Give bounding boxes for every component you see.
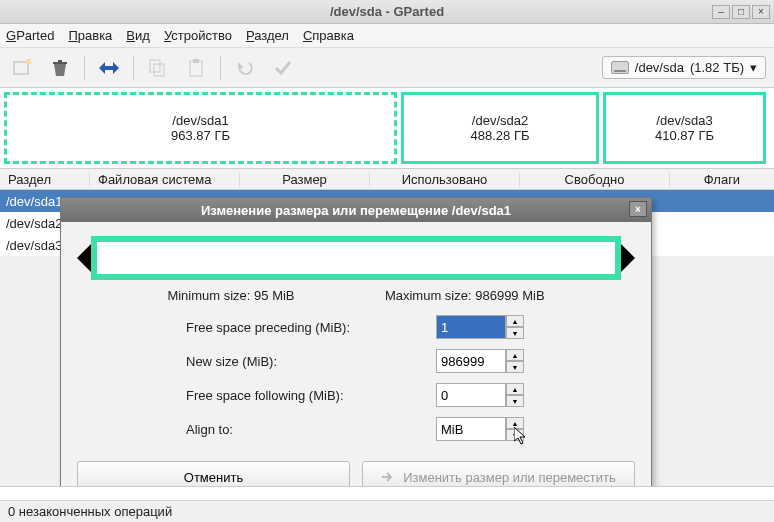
spin-down[interactable]: ▼ bbox=[506, 429, 524, 441]
align-label: Align to: bbox=[186, 422, 436, 437]
spin-down[interactable]: ▼ bbox=[506, 327, 524, 339]
partition-name: /dev/sda3 bbox=[614, 113, 755, 128]
cell-partition: /dev/sda1 bbox=[6, 194, 62, 209]
toolbar: /dev/sda (1.82 ТБ) ▾ bbox=[0, 48, 774, 88]
menu-help[interactable]: Справка bbox=[303, 28, 354, 43]
spin-up[interactable]: ▲ bbox=[506, 383, 524, 395]
menubar: GParted Правка Вид Устройство Раздел Спр… bbox=[0, 24, 774, 48]
menu-view[interactable]: Вид bbox=[126, 28, 150, 43]
paste-icon bbox=[182, 54, 210, 82]
new-partition-icon bbox=[8, 54, 36, 82]
dialog-titlebar[interactable]: Изменение размера или перемещение /dev/s… bbox=[61, 198, 651, 222]
svg-rect-0 bbox=[14, 62, 28, 74]
resize-slider[interactable] bbox=[77, 236, 635, 280]
device-size: (1.82 ТБ) bbox=[690, 60, 744, 75]
svg-rect-6 bbox=[190, 61, 202, 76]
svg-rect-1 bbox=[26, 59, 31, 64]
newsize-label: New size (MiB): bbox=[186, 354, 436, 369]
partition-table-header: Раздел Файловая система Размер Использов… bbox=[0, 168, 774, 190]
dialog-close-button[interactable]: × bbox=[629, 201, 647, 217]
dialog-title: Изменение размера или перемещение /dev/s… bbox=[201, 203, 511, 218]
partition-box-sda3[interactable]: /dev/sda3 410.87 ГБ bbox=[603, 92, 766, 164]
operations-log bbox=[0, 486, 774, 500]
status-text: 0 незаконченных операций bbox=[8, 504, 172, 519]
svg-rect-5 bbox=[154, 64, 164, 76]
newsize-input[interactable] bbox=[436, 349, 506, 373]
menu-partition[interactable]: Раздел bbox=[246, 28, 289, 43]
partition-size: 488.28 ГБ bbox=[412, 128, 588, 143]
partition-name: /dev/sda2 bbox=[412, 113, 588, 128]
th-filesystem[interactable]: Файловая система bbox=[90, 172, 240, 187]
device-name: /dev/sda bbox=[635, 60, 684, 75]
th-partition[interactable]: Раздел bbox=[0, 172, 90, 187]
apply-resize-label: Изменить размер или переместить bbox=[403, 470, 616, 485]
menu-device[interactable]: Устройство bbox=[164, 28, 232, 43]
window-title: /dev/sda - GParted bbox=[0, 4, 774, 19]
close-button[interactable]: × bbox=[752, 5, 770, 19]
svg-rect-3 bbox=[58, 60, 62, 62]
svg-rect-4 bbox=[150, 60, 160, 72]
maximize-button[interactable]: □ bbox=[732, 5, 750, 19]
resize-move-dialog: Изменение размера или перемещение /dev/s… bbox=[60, 197, 652, 508]
following-input[interactable] bbox=[436, 383, 506, 407]
spin-up[interactable]: ▲ bbox=[506, 417, 524, 429]
toolbar-separator bbox=[84, 56, 85, 80]
window-titlebar: /dev/sda - GParted – □ × bbox=[0, 0, 774, 24]
preceding-label: Free space preceding (MiB): bbox=[186, 320, 436, 335]
maximum-size-label: Maximum size: 986999 MiB bbox=[385, 288, 545, 303]
minimize-button[interactable]: – bbox=[712, 5, 730, 19]
partition-map: /dev/sda1 963.87 ГБ /dev/sda2 488.28 ГБ … bbox=[0, 88, 774, 168]
apply-icon bbox=[269, 54, 297, 82]
device-selector[interactable]: /dev/sda (1.82 ТБ) ▾ bbox=[602, 56, 766, 79]
th-free[interactable]: Свободно bbox=[520, 172, 670, 187]
chevron-down-icon: ▾ bbox=[750, 60, 757, 75]
svg-rect-2 bbox=[53, 62, 67, 64]
preceding-input[interactable] bbox=[436, 315, 506, 339]
toolbar-separator bbox=[133, 56, 134, 80]
spin-down[interactable]: ▼ bbox=[506, 395, 524, 407]
spin-up[interactable]: ▲ bbox=[506, 315, 524, 327]
resize-handle-left[interactable] bbox=[77, 244, 91, 272]
cell-partition: /dev/sda3 bbox=[6, 238, 62, 253]
partition-box-sda1[interactable]: /dev/sda1 963.87 ГБ bbox=[4, 92, 397, 164]
arrow-right-icon bbox=[381, 470, 397, 484]
undo-icon bbox=[231, 54, 259, 82]
resize-move-icon[interactable] bbox=[95, 54, 123, 82]
spin-down[interactable]: ▼ bbox=[506, 361, 524, 373]
partition-size: 963.87 ГБ bbox=[15, 128, 386, 143]
partition-name: /dev/sda1 bbox=[15, 113, 386, 128]
resize-handle-right[interactable] bbox=[621, 244, 635, 272]
spin-up[interactable]: ▲ bbox=[506, 349, 524, 361]
partition-size: 410.87 ГБ bbox=[614, 128, 755, 143]
minimum-size-label: Minimum size: 95 MiB bbox=[167, 288, 294, 303]
th-flags[interactable]: Флаги bbox=[670, 172, 774, 187]
status-bar: 0 незаконченных операций bbox=[0, 500, 774, 522]
menu-gparted[interactable]: GParted bbox=[6, 28, 54, 43]
resize-track[interactable] bbox=[91, 236, 621, 280]
delete-icon[interactable] bbox=[46, 54, 74, 82]
svg-rect-7 bbox=[193, 59, 199, 63]
partition-box-sda2[interactable]: /dev/sda2 488.28 ГБ bbox=[401, 92, 599, 164]
harddisk-icon bbox=[611, 61, 629, 74]
menu-edit[interactable]: Правка bbox=[68, 28, 112, 43]
copy-icon bbox=[144, 54, 172, 82]
following-label: Free space following (MiB): bbox=[186, 388, 436, 403]
align-input[interactable] bbox=[436, 417, 506, 441]
th-used[interactable]: Использовано bbox=[370, 172, 520, 187]
th-size[interactable]: Размер bbox=[240, 172, 370, 187]
toolbar-separator bbox=[220, 56, 221, 80]
cell-partition: /dev/sda2 bbox=[6, 216, 62, 231]
